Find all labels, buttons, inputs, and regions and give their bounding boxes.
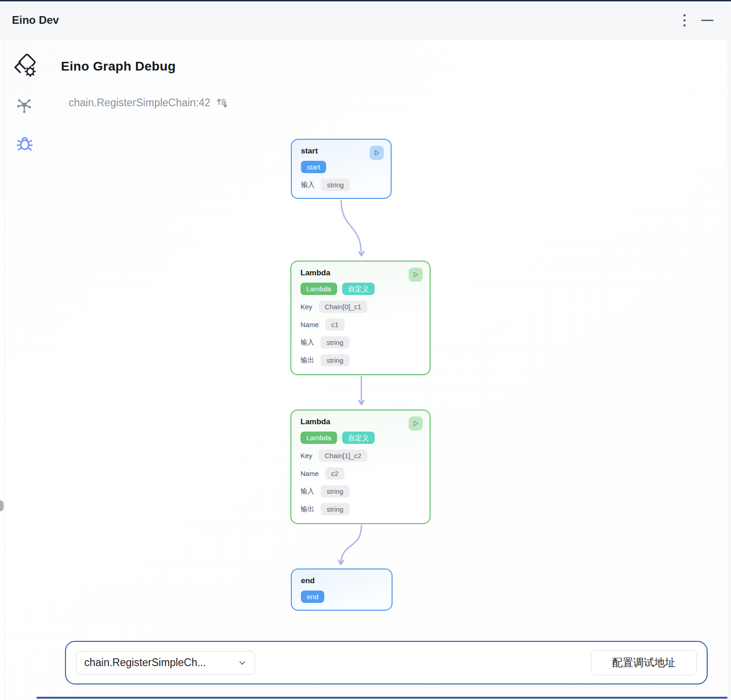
- edge-start-lambda1: [341, 200, 361, 255]
- play-icon[interactable]: [409, 268, 423, 282]
- bug-icon[interactable]: [16, 134, 34, 153]
- node-row-value: string: [321, 485, 349, 498]
- panel-resize-handle[interactable]: [0, 500, 4, 511]
- node-row-value: string: [321, 503, 349, 515]
- node-row-label: 输入: [300, 338, 314, 347]
- node-row-label: Key: [300, 452, 312, 459]
- graph-debug-panel: Eino Graph Debug: [0, 40, 731, 700]
- node-row-value: c2: [325, 467, 344, 480]
- graph-ref-label: chain.RegisterSimpleChain:42: [69, 97, 210, 109]
- node-row-label: Name: [300, 470, 319, 477]
- minimize-icon[interactable]: [701, 20, 714, 21]
- sort-icon[interactable]: [216, 97, 228, 109]
- debug-toolbar: chain.RegisterSimpleCh... 配置调试地址: [65, 641, 708, 684]
- edge-lambda2-end: [341, 525, 361, 564]
- graph-node-lambda-2[interactable]: Lambda Lambda 自定义 Key Chain[1]_c2 Name c…: [290, 410, 431, 524]
- node-row-value: c1: [325, 318, 344, 331]
- graph-node-end[interactable]: end end: [291, 569, 393, 611]
- graph-icon[interactable]: [16, 97, 32, 115]
- right-gutter: [727, 1, 731, 700]
- debug-target-select[interactable]: chain.RegisterSimpleCh...: [76, 651, 255, 675]
- graph-ref-row: chain.RegisterSimpleChain:42: [69, 96, 228, 109]
- left-divider: [5, 40, 5, 700]
- page-title: Eino Graph Debug: [61, 59, 176, 74]
- node-row-value: Chain[1]_c2: [319, 449, 367, 462]
- chevron-down-icon: [238, 658, 247, 667]
- node-type-badge: Lambda: [300, 283, 337, 295]
- bottom-panel-top-border: [37, 697, 727, 699]
- node-type-badge: start: [301, 161, 326, 173]
- node-custom-badge: 自定义: [342, 283, 375, 295]
- node-row-label: 输入: [301, 180, 315, 189]
- play-icon[interactable]: [370, 146, 384, 160]
- graph-node-lambda-1[interactable]: Lambda Lambda 自定义 Key Chain[0]_c1 Name c…: [290, 261, 431, 375]
- node-title: Lambda: [300, 417, 420, 427]
- node-row-label: Name: [300, 321, 319, 328]
- node-row-value: string: [321, 336, 349, 349]
- node-custom-badge: 自定义: [342, 432, 375, 444]
- node-row-label: 输入: [300, 487, 314, 496]
- window-top-border: [0, 0, 731, 1]
- kebab-menu-icon[interactable]: [682, 12, 687, 28]
- eino-logo-icon: [13, 53, 39, 79]
- node-title: end: [301, 576, 382, 585]
- graph-node-start[interactable]: start start 输入 string: [291, 139, 392, 199]
- node-title: Lambda: [300, 268, 420, 278]
- node-row-value: Chain[0]_c1: [319, 301, 367, 313]
- node-row-value: string: [321, 179, 350, 191]
- titlebar-actions: [682, 12, 714, 28]
- titlebar: Eino Dev: [0, 1, 727, 39]
- configure-debug-address-button[interactable]: 配置调试地址: [591, 650, 697, 675]
- node-type-badge: Lambda: [300, 432, 337, 444]
- debug-target-value: chain.RegisterSimpleCh...: [84, 656, 206, 669]
- window-title: Eino Dev: [12, 14, 59, 27]
- node-type-badge: end: [301, 591, 324, 603]
- node-row-value: string: [321, 354, 349, 366]
- play-icon[interactable]: [409, 416, 423, 431]
- node-row-label: 输出: [300, 505, 314, 514]
- node-row-label: Key: [300, 303, 312, 311]
- node-row-label: 输出: [300, 356, 314, 365]
